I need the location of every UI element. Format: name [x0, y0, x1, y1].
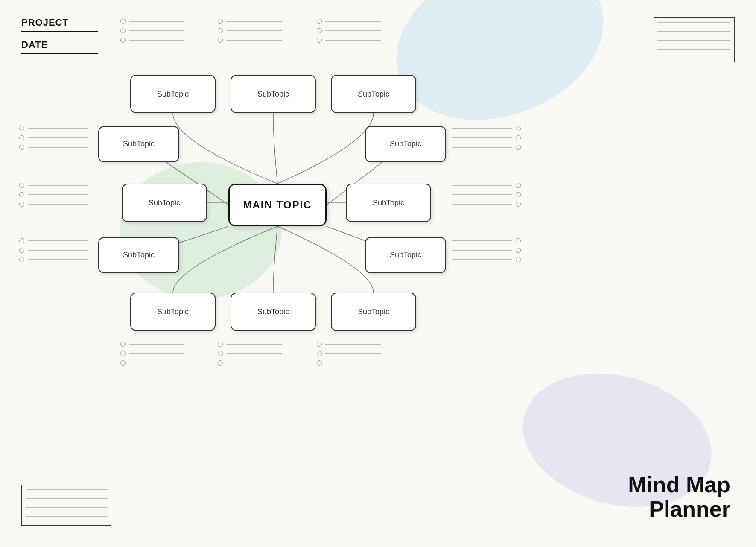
- subtopic-box-st6[interactable]: SubTopic: [122, 184, 207, 222]
- subtopic-box-st4[interactable]: SubTopic: [98, 126, 179, 162]
- main-topic-box[interactable]: MAIN TOPIC: [228, 184, 327, 226]
- bullet-line: [325, 344, 381, 345]
- bullet-item: [120, 19, 184, 24]
- bullet-circle-icon: [317, 19, 322, 24]
- bullet-circle-icon: [19, 248, 24, 253]
- bullet-line: [452, 250, 512, 251]
- bullet-item: [452, 238, 521, 243]
- bullet-line: [28, 137, 88, 138]
- date-line: [21, 53, 98, 54]
- bullet-circle-icon: [19, 183, 24, 188]
- note-box-bottom-left: [21, 485, 111, 526]
- bullet-item: [19, 145, 88, 150]
- bg-decoration-blue: [374, 0, 626, 147]
- bullet-circle-icon: [516, 257, 521, 262]
- bullet-line: [226, 30, 282, 31]
- bullet-line: [452, 147, 512, 148]
- bullet-item: [452, 135, 521, 140]
- bullet-line: [452, 128, 512, 129]
- bullet-group-9: [120, 342, 184, 366]
- bullet-circle-icon: [19, 238, 24, 243]
- bullet-circle-icon: [218, 19, 223, 24]
- bullet-item: [218, 342, 282, 347]
- bullet-circle-icon: [19, 192, 24, 197]
- bullet-line: [28, 194, 88, 195]
- bullet-item: [120, 28, 184, 33]
- bullet-group-6: [452, 126, 521, 150]
- subtopic-box-st2[interactable]: SubTopic: [231, 75, 316, 113]
- bullet-circle-icon: [317, 342, 322, 347]
- bullet-item: [218, 360, 282, 366]
- bullet-circle-icon: [218, 351, 223, 356]
- bullet-line: [28, 128, 88, 129]
- project-date-section: PROJECT DATE: [21, 17, 98, 61]
- subtopic-box-st12[interactable]: SubTopic: [331, 293, 416, 331]
- subtopic-box-st5[interactable]: SubTopic: [365, 126, 446, 162]
- bullet-group-10: [218, 342, 282, 366]
- bullet-line: [28, 147, 88, 148]
- bullet-item: [218, 19, 282, 24]
- bullet-line: [325, 363, 381, 363]
- subtopic-box-st7[interactable]: SubTopic: [346, 184, 431, 222]
- bullet-item: [452, 202, 521, 207]
- bullet-item: [120, 351, 184, 356]
- bullet-item: [19, 135, 88, 140]
- bullet-circle-icon: [317, 360, 322, 366]
- bullet-item: [218, 28, 282, 33]
- bullet-circle-icon: [516, 145, 521, 150]
- bullet-line: [129, 30, 184, 31]
- bullet-line: [325, 21, 381, 22]
- bullet-item: [19, 192, 88, 197]
- subtopic-box-st1[interactable]: SubTopic: [130, 75, 216, 113]
- bullet-circle-icon: [516, 248, 521, 253]
- bullet-item: [19, 126, 88, 131]
- bullet-item: [19, 248, 88, 253]
- subtopic-box-st11[interactable]: SubTopic: [231, 293, 316, 331]
- bullet-line: [226, 353, 282, 354]
- bullet-circle-icon: [120, 360, 126, 366]
- bullet-line: [129, 363, 184, 363]
- bullet-circle-icon: [120, 38, 126, 43]
- date-label: DATE: [21, 39, 98, 50]
- bullet-item: [452, 145, 521, 150]
- mind-map-title: Mind Map Planner: [628, 473, 730, 521]
- bullet-group-5: [19, 238, 88, 262]
- bullet-group-7: [452, 183, 521, 207]
- bullet-circle-icon: [317, 351, 322, 356]
- bullet-line: [129, 344, 184, 345]
- bullet-item: [452, 192, 521, 197]
- bullet-item: [19, 183, 88, 188]
- bullet-line: [28, 240, 88, 241]
- bullet-line: [129, 21, 184, 22]
- bullet-line: [226, 363, 282, 363]
- subtopic-box-st8[interactable]: SubTopic: [98, 237, 179, 273]
- bullet-item: [317, 38, 381, 43]
- bullet-line: [325, 353, 381, 354]
- subtopic-box-st9[interactable]: SubTopic: [365, 237, 446, 273]
- bullet-line: [226, 344, 282, 345]
- bullet-circle-icon: [516, 126, 521, 131]
- bullet-circle-icon: [516, 238, 521, 243]
- bullet-item: [452, 183, 521, 188]
- bullet-line: [452, 259, 512, 260]
- bullet-line: [226, 40, 282, 41]
- bullet-item: [120, 360, 184, 366]
- bullet-line: [226, 21, 282, 22]
- bullet-circle-icon: [120, 28, 126, 33]
- bullet-group-11: [317, 342, 381, 366]
- subtopic-box-st10[interactable]: SubTopic: [130, 293, 216, 331]
- bullet-circle-icon: [19, 126, 24, 131]
- bullet-line: [452, 240, 512, 241]
- bullet-circle-icon: [516, 135, 521, 140]
- bullet-item: [19, 202, 88, 207]
- bullet-line: [129, 353, 184, 354]
- bullet-line: [28, 204, 88, 205]
- bullet-circle-icon: [120, 351, 126, 356]
- bullet-group-2: [317, 19, 381, 43]
- bullet-circle-icon: [218, 360, 223, 366]
- bullet-circle-icon: [218, 28, 223, 33]
- bullet-line: [325, 40, 381, 41]
- bullet-item: [218, 38, 282, 43]
- bullet-line: [129, 40, 184, 41]
- subtopic-box-st3[interactable]: SubTopic: [331, 75, 416, 113]
